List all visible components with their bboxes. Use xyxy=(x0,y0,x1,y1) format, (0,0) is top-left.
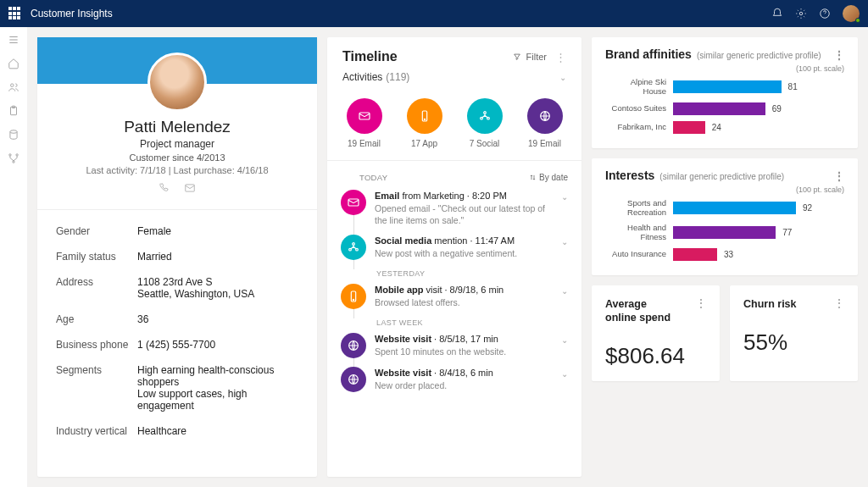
svg-point-13 xyxy=(483,112,486,114)
detail-label: Family status xyxy=(56,251,137,263)
user-avatar[interactable] xyxy=(843,5,860,22)
timeline-item-title: Mobile app visit · 8/9/18, 6 min xyxy=(375,285,553,295)
bar-label: Health andFitness xyxy=(605,224,673,242)
brand-scale: (100 pt. scale) xyxy=(605,64,844,73)
detail-row: Family statusMarried xyxy=(56,244,298,269)
card-menu-icon[interactable]: ⋮ xyxy=(696,297,706,325)
app-title: Customer Insights xyxy=(31,8,113,19)
category-label: 7 Social xyxy=(467,139,503,148)
model-icon[interactable] xyxy=(8,152,19,164)
bar-fill xyxy=(673,202,796,214)
clipboard-icon[interactable] xyxy=(8,105,19,117)
gear-icon[interactable] xyxy=(795,8,807,19)
bell-icon[interactable] xyxy=(771,8,783,19)
category-item[interactable]: 19 Email xyxy=(347,98,382,148)
detail-row: Industry verticalHealthcare xyxy=(56,418,298,444)
timeline-item[interactable]: Mobile app visit · 8/9/18, 6 minBrowsed … xyxy=(341,279,568,313)
profile-role: Project manager xyxy=(46,138,309,150)
filter-button[interactable]: Filter xyxy=(513,52,547,62)
social-icon xyxy=(341,235,366,260)
chevron-down-icon[interactable]: ⌄ xyxy=(561,286,568,296)
card-menu-icon[interactable]: ⋮ xyxy=(834,170,844,182)
bar-row: Fabrikam, Inc24 xyxy=(605,121,844,134)
timeline-card: Timeline Filter ⋮ Activities (119) ⌄ 19 … xyxy=(327,37,581,477)
timeline-item-title: Website visit · 8/4/18, 6 min xyxy=(375,368,553,378)
sort-button[interactable]: By date xyxy=(529,173,568,182)
timeline-item-title: Email from Marketing · 8:20 PM xyxy=(375,191,553,201)
bar-fill xyxy=(673,121,705,134)
chevron-down-icon[interactable]: ⌄ xyxy=(559,73,566,82)
card-menu-icon[interactable]: ⋮ xyxy=(834,49,844,61)
database-icon[interactable] xyxy=(8,129,19,141)
detail-label: Segments xyxy=(56,364,137,412)
bar-row: Health andFitness77 xyxy=(605,224,844,242)
profile-since: Customer since 4/2013 xyxy=(46,152,309,163)
section-label: TODAY xyxy=(359,173,387,182)
detail-label: Business phone xyxy=(56,339,137,351)
bar-fill xyxy=(673,226,776,239)
bar-value: 69 xyxy=(772,104,782,113)
profile-photo xyxy=(147,53,207,112)
avg-spend-value: $806.64 xyxy=(605,343,706,369)
interests-scale: (100 pt. scale) xyxy=(605,185,844,194)
timeline-item-title: Website visit · 8/5/18, 17 min xyxy=(375,334,553,344)
profile-activity: Last activity: 7/1/18 | Last purchase: 4… xyxy=(46,165,309,175)
svg-point-5 xyxy=(10,130,17,134)
card-menu-icon[interactable]: ⋮ xyxy=(555,51,566,64)
menu-icon[interactable] xyxy=(8,34,19,46)
detail-value: 1 (425) 555-7700 xyxy=(137,339,298,351)
category-label: 19 Email xyxy=(527,139,563,148)
detail-label: Address xyxy=(56,276,137,300)
detail-value: Healthcare xyxy=(137,425,298,437)
chevron-down-icon[interactable]: ⌄ xyxy=(561,237,568,246)
section-label: LAST WEEK xyxy=(376,318,568,327)
timeline-item-sub: Browsed latest offers. xyxy=(375,296,553,308)
timeline-item-sub: Opened email - "Check out our latest top… xyxy=(375,202,553,226)
timeline-item[interactable]: Website visit · 8/5/18, 17 minSpent 10 m… xyxy=(341,329,568,362)
profile-name: Patti Melendez xyxy=(46,118,309,136)
detail-label: Gender xyxy=(56,225,137,237)
svg-point-12 xyxy=(424,119,425,119)
svg-point-22 xyxy=(353,300,353,301)
svg-rect-9 xyxy=(186,185,195,191)
detail-value: High earning health-conscious shoppersLo… xyxy=(137,364,298,412)
bar-row: Contoso Suites69 xyxy=(605,102,844,115)
activities-label: Activities xyxy=(342,71,382,83)
detail-row: Address1108 23rd Ave SSeattle, Washingto… xyxy=(56,269,298,307)
svg-point-2 xyxy=(11,84,14,87)
phone-icon[interactable] xyxy=(159,182,170,194)
profile-banner xyxy=(37,37,317,84)
profile-card: Patti Melendez Project manager Customer … xyxy=(37,37,317,477)
presence-dot xyxy=(855,18,860,23)
detail-value: Married xyxy=(137,251,298,263)
brand-title: Brand affinities xyxy=(605,47,692,61)
globe-icon xyxy=(341,367,366,392)
svg-point-18 xyxy=(353,243,355,246)
bar-value: 92 xyxy=(803,203,812,213)
people-icon[interactable] xyxy=(8,81,19,93)
chevron-down-icon[interactable]: ⌄ xyxy=(561,369,568,379)
filter-label: Filter xyxy=(526,52,547,62)
timeline-item[interactable]: Email from Marketing · 8:20 PMOpened ema… xyxy=(341,185,568,230)
apps-launcher-icon[interactable] xyxy=(8,7,22,20)
card-menu-icon[interactable]: ⋮ xyxy=(834,297,844,311)
chevron-down-icon[interactable]: ⌄ xyxy=(561,335,568,345)
mail-icon[interactable] xyxy=(184,182,196,194)
avg-spend-title: Averageonline spend xyxy=(605,297,670,325)
timeline-item[interactable]: Website visit · 8/4/18, 6 minNew order p… xyxy=(341,362,568,396)
phone-icon xyxy=(341,284,366,309)
bar-row: Sports andRecreation92 xyxy=(605,199,844,218)
help-icon[interactable] xyxy=(819,8,831,19)
category-item[interactable]: 7 Social xyxy=(467,98,503,148)
chevron-down-icon[interactable]: ⌄ xyxy=(561,192,568,202)
bar-label: Sports andRecreation xyxy=(605,199,673,218)
brand-affinities-card: Brand affinities (similar generic predic… xyxy=(592,37,858,148)
category-item[interactable]: 19 Email xyxy=(527,98,563,148)
timeline-item[interactable]: Social media mention · 11:47 AMNew post … xyxy=(341,230,568,264)
svg-point-7 xyxy=(16,154,18,156)
section-label: YESTERDAY xyxy=(376,269,568,278)
home-icon[interactable] xyxy=(8,58,19,69)
detail-label: Industry vertical xyxy=(56,425,137,437)
churn-value: 55% xyxy=(743,329,844,356)
category-item[interactable]: 17 App xyxy=(407,98,442,148)
